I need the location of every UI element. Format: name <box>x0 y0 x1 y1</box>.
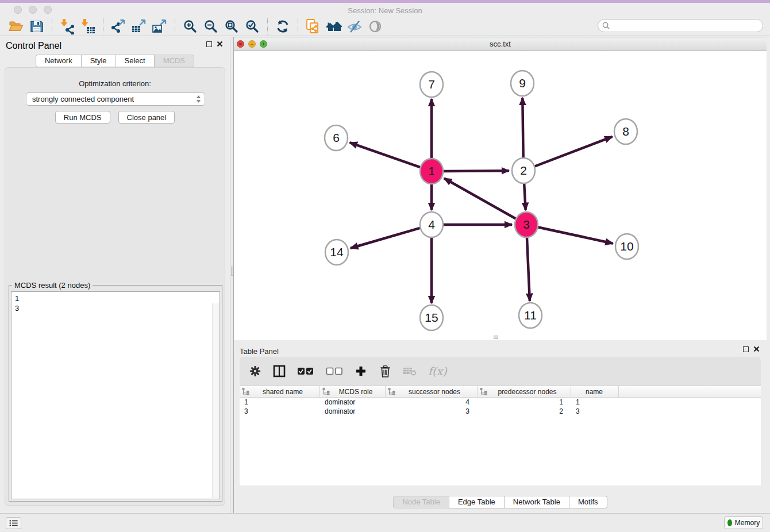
select-all-columns-button[interactable] <box>297 367 314 376</box>
refresh-icon <box>275 19 290 34</box>
home-view-button[interactable] <box>324 18 344 35</box>
eye-slash-icon <box>347 19 362 34</box>
import-network-button[interactable] <box>57 18 78 35</box>
close-panel-button[interactable]: Close panel <box>118 111 175 124</box>
export-network-button[interactable] <box>108 18 129 35</box>
edge-3-11[interactable] <box>527 237 530 301</box>
column-header-name[interactable]: name <box>571 386 619 397</box>
criterion-dropdown[interactable]: strongly connected component <box>26 92 205 106</box>
column-tree-icon <box>480 388 487 395</box>
window-title: Session: New Session <box>0 6 770 15</box>
table-settings-button[interactable] <box>249 365 261 377</box>
table-tab-network-table[interactable]: Network Table <box>505 496 569 508</box>
edge-2-8[interactable] <box>535 137 613 167</box>
table-tab-motifs[interactable]: Motifs <box>569 496 607 508</box>
table-float-icon[interactable] <box>743 346 749 352</box>
import-table-button[interactable] <box>78 18 98 35</box>
graph-node-14[interactable]: 14 <box>325 240 348 265</box>
tab-network[interactable]: Network <box>36 55 82 67</box>
table-tabs: Node TableEdge TableNetwork TableMotifs <box>234 496 767 508</box>
zoom-in-button[interactable] <box>180 18 201 35</box>
graph-node-15[interactable]: 15 <box>420 305 443 330</box>
table-panel-title: Table Panel <box>240 347 279 356</box>
edge-3-1[interactable] <box>444 178 516 218</box>
graph-node-10[interactable]: 10 <box>615 234 638 259</box>
column-header-shared-name[interactable]: shared name <box>240 386 320 397</box>
memory-button[interactable]: Memory <box>724 516 763 529</box>
edge-2-9[interactable] <box>522 98 523 159</box>
column-header-mcds-role[interactable]: MCDS role <box>320 386 386 397</box>
graph-node-7[interactable]: 7 <box>420 72 443 97</box>
edge-1-2[interactable] <box>444 171 509 171</box>
save-session-button[interactable] <box>26 18 47 35</box>
network-graph[interactable]: 1234678910111415 <box>234 51 765 340</box>
export-table-button[interactable] <box>129 18 149 35</box>
svg-text:6: 6 <box>333 131 340 144</box>
edge-4-14[interactable] <box>351 228 420 248</box>
task-history-button[interactable] <box>6 517 21 529</box>
table-row[interactable]: 1dominator411 <box>240 398 761 407</box>
edge-3-10[interactable] <box>538 228 613 244</box>
close-panel-icon[interactable] <box>217 41 223 47</box>
svg-text:15: 15 <box>425 311 438 324</box>
delete-columns-button[interactable] <box>379 365 391 377</box>
checked-boxes-icon <box>297 367 314 376</box>
tab-select[interactable]: Select <box>116 55 155 67</box>
unselect-all-columns-button[interactable] <box>326 367 343 376</box>
tab-mcds[interactable]: MCDS <box>155 55 194 67</box>
refresh-button[interactable] <box>272 18 293 35</box>
hide-unhide-button[interactable] <box>344 18 365 35</box>
column-header-predecessor-nodes[interactable]: predecessor nodes <box>478 386 571 397</box>
graph-node-6[interactable]: 6 <box>325 125 348 151</box>
zoom-out-button[interactable] <box>201 18 221 35</box>
copy-network-icon <box>305 18 321 34</box>
network-canvas[interactable]: 1234678910111415 <box>234 51 765 340</box>
splitter-handle[interactable] <box>231 267 233 276</box>
result-scrollbar[interactable] <box>212 303 220 498</box>
open-file-button[interactable] <box>6 18 26 35</box>
cell-shared-name: 1 <box>240 398 320 406</box>
cell-successor-nodes: 4 <box>386 398 478 406</box>
search-input[interactable] <box>613 21 763 31</box>
tab-style[interactable]: Style <box>82 55 116 67</box>
mcds-result-text[interactable]: 1 3 <box>11 291 220 499</box>
float-panel-icon[interactable] <box>206 41 212 47</box>
network-resize-handle[interactable] <box>494 336 498 339</box>
graph-node-1[interactable]: 1 <box>420 159 443 184</box>
search-box[interactable] <box>598 19 763 32</box>
network-window-title: scc.txt <box>234 40 767 48</box>
graph-node-8[interactable]: 8 <box>614 119 637 144</box>
show-column-panel-button[interactable] <box>273 365 286 377</box>
mcds-panel: Optimization criterion: strongly connect… <box>5 67 225 506</box>
table-row[interactable]: 3dominator323 <box>240 407 761 416</box>
table-tab-edge-table[interactable]: Edge Table <box>449 496 505 508</box>
export-image-button[interactable] <box>149 18 170 35</box>
column-header-successor-nodes[interactable]: successor nodes <box>386 386 478 397</box>
graph-node-2[interactable]: 2 <box>512 158 535 183</box>
zoom-fit-button[interactable] <box>221 18 242 35</box>
edge-1-6[interactable] <box>350 142 421 167</box>
table-close-icon[interactable] <box>753 346 760 352</box>
plus-icon <box>355 365 367 377</box>
dropdown-stepper-icon <box>196 95 201 103</box>
svg-text:1: 1 <box>428 164 435 178</box>
graph-node-4[interactable]: 4 <box>420 212 443 237</box>
node-table: shared nameMCDS rolesuccessor nodesprede… <box>240 385 761 485</box>
graph-node-9[interactable]: 9 <box>511 71 534 96</box>
mcds-result-title: MCDS result (2 nodes) <box>12 281 93 290</box>
network-view-window: scc.txt × − + 1234678910111415 <box>234 37 767 340</box>
copy-network-view-button[interactable] <box>303 18 324 35</box>
graph-node-3[interactable]: 3 <box>515 212 538 237</box>
graph-node-11[interactable]: 11 <box>519 303 542 328</box>
delete-table-icon <box>403 366 417 376</box>
table-tab-node-table[interactable]: Node Table <box>393 496 449 508</box>
table-header-row: shared nameMCDS rolesuccessor nodesprede… <box>240 386 761 398</box>
toolbar-separator <box>103 18 103 34</box>
panel-splitter[interactable] <box>230 37 234 513</box>
zoom-selected-button[interactable] <box>242 18 263 35</box>
create-column-button[interactable] <box>355 365 367 377</box>
edge-2-3[interactable] <box>524 183 526 210</box>
run-mcds-button[interactable]: Run MCDS <box>55 111 110 124</box>
show-graphics-details-button[interactable] <box>365 18 386 35</box>
import-table-icon <box>80 18 96 34</box>
